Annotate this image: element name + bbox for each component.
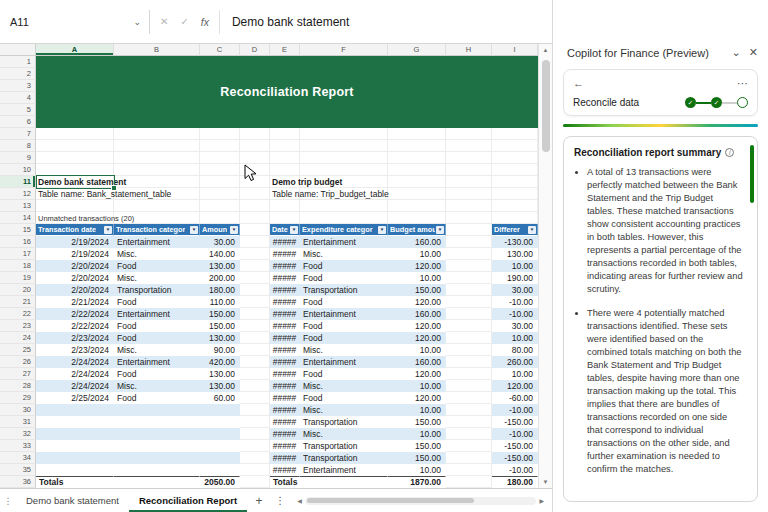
scroll-left-icon[interactable]: ◀ (297, 497, 302, 504)
cell[interactable]: 120.00 (492, 380, 538, 392)
cell[interactable] (240, 428, 270, 440)
cell[interactable] (388, 188, 446, 200)
cell[interactable] (492, 164, 538, 176)
add-sheet-button[interactable]: + (247, 489, 271, 512)
cell[interactable]: ##### (270, 272, 300, 284)
cell[interactable] (446, 356, 492, 368)
cell[interactable] (446, 176, 492, 188)
cell[interactable] (446, 428, 492, 440)
cell[interactable] (446, 188, 492, 200)
cell[interactable] (446, 296, 492, 308)
cell[interactable]: ##### (270, 368, 300, 380)
cell[interactable] (300, 164, 388, 176)
cell[interactable]: 30.00 (492, 320, 538, 332)
cell[interactable]: 2/20/2024 (36, 272, 114, 284)
table-header-cell[interactable]: Amoun▼ (200, 224, 240, 236)
sheet-list-button[interactable]: ⋮ (271, 489, 289, 512)
cell[interactable] (300, 140, 388, 152)
cell[interactable] (240, 452, 270, 464)
cell[interactable] (300, 200, 388, 212)
cell[interactable]: ##### (270, 464, 300, 476)
vertical-scrollbar[interactable]: ▲ ▼ (538, 44, 552, 488)
cell[interactable] (492, 152, 538, 164)
cell[interactable]: 60.00 (200, 392, 240, 404)
cell[interactable] (446, 464, 492, 476)
cell[interactable]: Transportation (114, 284, 200, 296)
cell[interactable] (240, 260, 270, 272)
cell[interactable] (200, 188, 240, 200)
column-header[interactable]: E (270, 44, 300, 56)
cell[interactable] (492, 128, 538, 140)
cell[interactable]: 2/25/2024 (36, 392, 114, 404)
cell[interactable] (240, 380, 270, 392)
cell[interactable] (446, 308, 492, 320)
cell[interactable] (200, 128, 240, 140)
cell[interactable]: ##### (270, 308, 300, 320)
cell[interactable] (492, 140, 538, 152)
table-header-cell[interactable]: Transaction date▼ (36, 224, 114, 236)
cell[interactable] (270, 152, 300, 164)
cell[interactable]: ##### (270, 296, 300, 308)
cell[interactable]: ##### (270, 380, 300, 392)
filter-icon[interactable]: ▼ (378, 226, 386, 234)
totals-cell[interactable]: Totals (270, 476, 300, 488)
cell[interactable]: 130.00 (200, 260, 240, 272)
cell[interactable] (240, 176, 270, 188)
cell[interactable] (240, 296, 270, 308)
cell[interactable]: -150.00 (492, 440, 538, 452)
row-header[interactable]: 4 (0, 92, 36, 104)
cell[interactable] (240, 164, 270, 176)
cell[interactable] (240, 284, 270, 296)
column-header[interactable]: G (388, 44, 446, 56)
cell[interactable]: 2/21/2024 (36, 296, 114, 308)
cell[interactable] (200, 152, 240, 164)
cell[interactable]: 2/20/2024 (36, 260, 114, 272)
close-icon[interactable]: ✕ (749, 46, 758, 59)
cell[interactable] (240, 416, 270, 428)
cell[interactable] (446, 236, 492, 248)
chevron-down-icon[interactable]: ⌄ (133, 17, 141, 27)
cell[interactable] (240, 368, 270, 380)
cell[interactable]: 10.00 (388, 248, 446, 260)
sheet-tab-reconciliation-report[interactable]: Reconciliation Report (129, 489, 247, 512)
cell[interactable] (114, 404, 200, 416)
cell[interactable]: 2/24/2024 (36, 368, 114, 380)
row-header[interactable]: 31 (0, 416, 36, 428)
scrollbar-thumb[interactable] (542, 60, 550, 152)
cell[interactable] (240, 440, 270, 452)
cell[interactable]: Food (300, 272, 388, 284)
cell[interactable]: 150.00 (388, 416, 446, 428)
cell[interactable] (446, 368, 492, 380)
cell[interactable] (36, 140, 114, 152)
row-header[interactable]: 34 (0, 452, 36, 464)
cell[interactable] (492, 176, 538, 188)
cell[interactable]: -150.00 (492, 452, 538, 464)
chevron-down-icon[interactable]: ⌄ (732, 46, 741, 59)
cell[interactable]: 2/24/2024 (36, 380, 114, 392)
cell[interactable]: Food (300, 320, 388, 332)
panel-scrollbar-thumb[interactable] (750, 145, 754, 203)
cell[interactable]: Food (114, 392, 200, 404)
cell[interactable] (200, 164, 240, 176)
cell[interactable] (240, 128, 270, 140)
cell[interactable]: 2/19/2024 (36, 236, 114, 248)
table-header-cell[interactable]: Differer▼ (492, 224, 538, 236)
table-header-cell[interactable]: Expenditure categor▼ (300, 224, 388, 236)
cell[interactable] (492, 212, 538, 224)
scrollbar-track[interactable] (539, 56, 552, 476)
row-header[interactable]: 35 (0, 464, 36, 476)
cell[interactable] (36, 128, 114, 140)
cell[interactable] (446, 416, 492, 428)
row-header[interactable]: 3 (0, 80, 36, 92)
cell[interactable] (240, 392, 270, 404)
cell[interactable]: -10.00 (492, 296, 538, 308)
cell[interactable] (300, 212, 388, 224)
cell[interactable]: 10.00 (388, 380, 446, 392)
cell[interactable]: 10.00 (388, 272, 446, 284)
cell[interactable]: -60.00 (492, 392, 538, 404)
filter-icon[interactable]: ▼ (104, 226, 112, 234)
cell[interactable] (114, 140, 200, 152)
cell[interactable]: 150.00 (388, 440, 446, 452)
cell[interactable] (300, 128, 388, 140)
cell[interactable]: Misc. (300, 404, 388, 416)
